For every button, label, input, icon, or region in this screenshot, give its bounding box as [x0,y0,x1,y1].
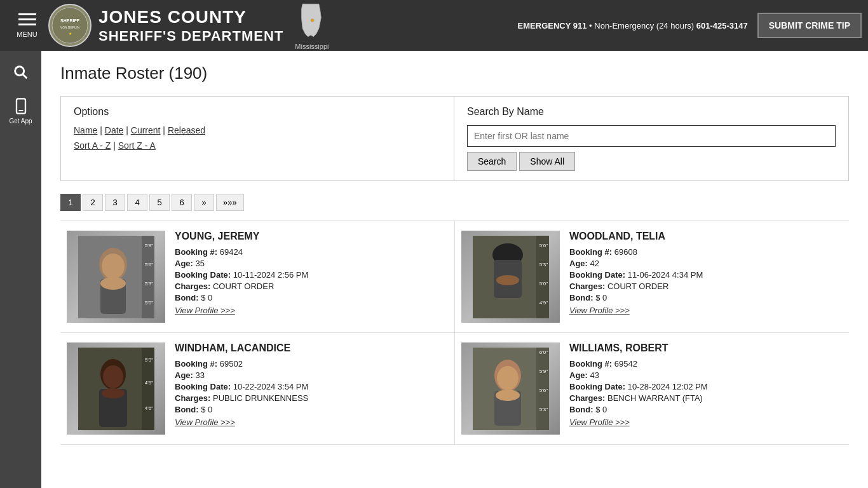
mugshot-williams-robert: 6'0" 5'9" 5'6" 5'3" [461,342,560,435]
booking-date: Booking Date: 10-22-2024 3:54 PM [175,382,448,391]
svg-point-17 [102,254,125,279]
site-header: MENU SHERIFF VON BERLIN ★ JONES COUNTY S… [0,0,868,51]
show-all-button[interactable]: Show All [519,152,575,171]
svg-text:VON BERLIN: VON BERLIN [60,25,80,29]
inmate-name: WOODLAND, TELIA [569,231,843,242]
svg-point-30 [496,275,519,285]
sidebar-search-button[interactable] [0,57,41,88]
svg-text:5'3": 5'3" [144,281,153,287]
inmate-row: 5'9" 5'6" 5'3" 5'0" YOUNG, JERE [60,220,849,332]
options-links: Name | Date | Current | Released [74,125,441,135]
sort-links: Sort A - Z | Sort Z - A [74,140,441,151]
svg-rect-8 [17,98,25,113]
inmate-name: YOUNG, JEREMY [175,231,448,242]
age: Age: 43 [569,370,843,380]
emergency-info: EMERGENCY 911 • Non-Emergency (24 hours)… [518,21,748,30]
page-1-button[interactable]: 1 [60,194,81,211]
svg-text:★: ★ [69,32,72,36]
svg-text:5'3": 5'3" [539,262,547,268]
inmate-info-woodland-telia: WOODLAND, TELIA Booking #: 69608 Age: 42… [569,231,843,323]
inmate-info-williams-robert: WILLIAMS, ROBERT Booking #: 69542 Age: 4… [569,342,843,435]
page-4-button[interactable]: 4 [127,194,147,211]
svg-text:SHERIFF: SHERIFF [60,18,80,23]
options-panel: Options Name | Date | Current | Released… [60,96,454,181]
bond: Bond: $ 0 [175,405,448,414]
age: Age: 42 [569,259,843,268]
menu-bar-1 [18,13,36,15]
page-5-button[interactable]: 5 [149,194,170,211]
main-content: Inmate Roster (190) Options Name | Date … [41,51,868,458]
svg-line-7 [22,74,26,78]
mugshot-silhouette: 5'9" 5'6" 5'3" 5'0" [78,236,154,318]
page-2-button[interactable]: 2 [83,194,103,211]
sidebar-get-app-button[interactable]: Get App [0,91,41,131]
next-page-button[interactable]: » [194,194,214,211]
shield-icon: SHERIFF VON BERLIN ★ [48,3,92,48]
pagination: 1 2 3 4 5 6 » »»» [60,194,849,211]
page-6-button[interactable]: 6 [172,194,192,211]
sort-z-a-link[interactable]: Sort Z - A [118,140,156,151]
sort-a-z-link[interactable]: Sort A - Z [74,140,111,151]
separator: • [589,21,592,30]
filter-current-link[interactable]: Current [131,125,161,135]
charges: Charges: BENCH WARRANT (FTA) [569,393,843,403]
phone-icon [12,97,30,115]
svg-text:5'0": 5'0" [539,281,547,287]
mugshot-silhouette-3: 5'3" 4'9" 4'6" [78,348,154,430]
svg-text:5'6": 5'6" [144,262,153,268]
inmate-card-young-jeremy: 5'9" 5'6" 5'3" 5'0" YOUNG, JERE [60,221,454,332]
svg-text:5'9": 5'9" [144,243,153,248]
get-app-label: Get App [9,118,32,125]
charges: Charges: COURT ORDER [175,281,448,291]
search-heading: Search By Name [467,106,836,118]
svg-text:5'3": 5'3" [539,407,547,412]
view-profile-williams-robert[interactable]: View Profile >>> [569,417,843,427]
view-profile-woodland-telia[interactable]: View Profile >>> [569,306,843,315]
inmate-info-young-jeremy: YOUNG, JEREMY Booking #: 69424 Age: 35 B… [175,231,448,323]
agency-title: JONES COUNTY SHERIFF'S DEPARTMENT [98,6,283,44]
svg-text:4'9": 4'9" [539,300,547,306]
filter-released-link[interactable]: Released [168,125,205,135]
view-profile-young-jeremy[interactable]: View Profile >>> [175,306,448,315]
mugshot-silhouette-2: 5'6" 5'3" 5'0" 4'9" [473,236,549,318]
inmate-name: WILLIAMS, ROBERT [569,342,843,354]
filter-date-link[interactable]: Date [105,125,124,135]
menu-bar-2 [18,18,36,20]
bond: Bond: $ 0 [569,405,843,414]
menu-label: MENU [17,30,37,38]
booking-number: Booking #: 69424 [175,247,448,257]
booking-number: Booking #: 69608 [569,247,843,257]
svg-text:6'0": 6'0" [539,349,547,355]
emergency-911: EMERGENCY 911 [518,21,587,30]
age: Age: 35 [175,259,448,268]
bond: Bond: $ 0 [569,293,843,302]
inmate-row-2: 5'3" 4'9" 4'6" WINDHAM, LACANDICE [60,332,849,445]
options-heading: Options [74,106,441,118]
svg-text:5'9": 5'9" [539,369,547,374]
logo-area: SHERIFF VON BERLIN ★ JONES COUNTY SHERIF… [48,1,329,50]
svg-point-19 [100,277,126,290]
menu-bar-3 [18,24,36,25]
booking-number: Booking #: 69542 [569,359,843,369]
search-input[interactable] [467,125,836,147]
page-3-button[interactable]: 3 [105,194,125,211]
view-profile-windham-lacandice[interactable]: View Profile >>> [175,417,448,427]
page-title: Inmate Roster (190) [60,64,849,83]
search-icon [12,64,30,81]
filter-name-link[interactable]: Name [74,125,97,135]
booking-date: Booking Date: 10-11-2024 2:56 PM [175,270,448,280]
last-page-button[interactable]: »»» [216,194,244,211]
submit-crime-tip-button[interactable]: SUBMIT CRIME TIP [757,13,862,38]
search-panel: Search By Name Search Show All [454,96,849,181]
menu-toggle[interactable]: MENU [6,7,48,44]
search-button[interactable]: Search [467,152,517,171]
state-label: Mississippi [295,43,329,50]
svg-text:5'0": 5'0" [144,300,153,306]
non-emergency-number: 601-425-3147 [696,21,748,30]
search-buttons: Search Show All [467,152,836,171]
options-search-row: Options Name | Date | Current | Released… [60,96,849,181]
svg-text:5'6": 5'6" [539,243,547,248]
mugshot-young-jeremy: 5'9" 5'6" 5'3" 5'0" [67,231,165,323]
non-emergency-label: Non-Emergency (24 hours) [594,21,694,30]
svg-text:5'3": 5'3" [144,357,153,363]
